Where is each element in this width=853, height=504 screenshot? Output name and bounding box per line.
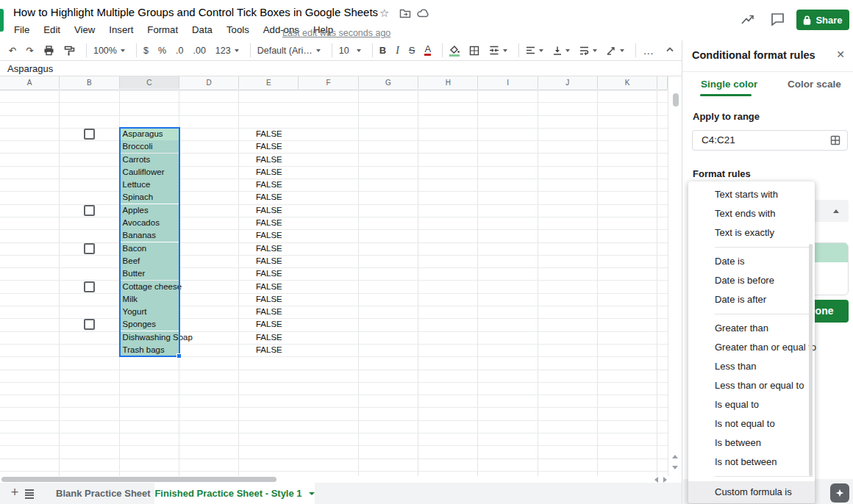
formula-input[interactable]: Asparagus	[7, 63, 53, 74]
column-header-i[interactable]: I	[478, 76, 538, 89]
horizontal-scrollbar-thumb[interactable]	[1, 477, 276, 482]
tab-single-color[interactable]: Single color	[701, 79, 757, 90]
false-value-cell[interactable]: FALSE	[239, 229, 299, 242]
tab-color-scale[interactable]: Color scale	[788, 79, 841, 90]
false-value-cell[interactable]: FALSE	[239, 140, 299, 153]
grid-row-26[interactable]	[0, 408, 668, 421]
dropdown-item[interactable]: Greater than or equal to	[688, 338, 815, 357]
dropdown-item[interactable]: Text is exactly	[688, 223, 815, 242]
column-header-h[interactable]: H	[418, 76, 478, 89]
text-rotation-button[interactable]	[607, 46, 624, 55]
column-header-j[interactable]: J	[538, 76, 598, 89]
addons-button[interactable]	[830, 483, 849, 503]
grid-row-10[interactable]: ApplesFALSE	[0, 204, 668, 217]
formula-bar[interactable]: Asparagus	[0, 62, 682, 76]
column-header-d[interactable]: D	[179, 76, 239, 89]
false-value-cell[interactable]: FALSE	[239, 179, 299, 191]
doc-title[interactable]: How to Highlight Multiple Groups and Con…	[13, 6, 378, 18]
dropdown-item[interactable]: Date is	[688, 252, 815, 271]
column-header-c[interactable]: C	[120, 76, 179, 89]
grid-row-22[interactable]	[0, 356, 668, 370]
comments-icon[interactable]	[771, 12, 785, 26]
tick-box[interactable]	[84, 129, 95, 140]
column-header-k[interactable]: K	[598, 76, 657, 89]
grid-row-7[interactable]: CauliflowerFALSE	[0, 166, 668, 179]
menu-item-edit[interactable]: Edit	[43, 24, 60, 35]
select-data-range-icon[interactable]	[830, 135, 840, 145]
horizontal-align-button[interactable]	[526, 46, 543, 54]
font-select[interactable]: Default (Ari…	[257, 46, 321, 56]
dropdown-item-custom-formula[interactable]: Custom formula is	[688, 481, 815, 503]
menu-item-insert[interactable]: Insert	[109, 24, 133, 35]
column-header-e[interactable]: E	[239, 76, 299, 89]
grid-row-8[interactable]: LettuceFALSE	[0, 179, 668, 192]
grid-row-12[interactable]: BananasFALSE	[0, 229, 668, 242]
grid-row-31[interactable]	[0, 471, 668, 476]
grid-body[interactable]: AsparagusFALSEBroccoliFALSECarrotsFALSEC…	[0, 90, 668, 476]
dropdown-item[interactable]: Date is after	[688, 290, 815, 309]
dropdown-item[interactable]: Is not between	[688, 453, 815, 472]
range-value[interactable]: C4:C21	[702, 131, 735, 150]
cloud-saved-icon[interactable]	[417, 8, 429, 18]
tab-finished-practice-sheet[interactable]: Finished Practice Sheet - Style 1	[154, 483, 315, 504]
vertical-scrollbar-thumb[interactable]	[673, 93, 679, 107]
spreadsheet-grid[interactable]: ABCDEFGHIJK AsparagusFALSEBroccoliFALSEC…	[0, 76, 668, 476]
horizontal-scrollbar[interactable]	[0, 476, 682, 483]
undo-button[interactable]: ↶	[9, 45, 16, 56]
share-button[interactable]: Share	[796, 10, 849, 30]
grid-row-30[interactable]	[0, 458, 668, 472]
menu-item-data[interactable]: Data	[192, 24, 213, 35]
dropdown-item[interactable]: Text starts with	[688, 185, 815, 204]
fill-color-button[interactable]	[449, 45, 460, 57]
grid-row-23[interactable]	[0, 370, 668, 383]
font-size-select[interactable]: 10	[339, 46, 361, 56]
star-icon[interactable]: ☆	[379, 7, 389, 20]
grid-row-13[interactable]: BaconFALSE	[0, 242, 668, 256]
dropdown-item[interactable]: Is between	[688, 433, 815, 453]
tab-blank-practice-sheet[interactable]: Blank Practice Sheet	[47, 483, 172, 504]
scroll-up-arrow[interactable]	[672, 455, 678, 458]
column-header-g[interactable]: G	[359, 76, 418, 89]
column-header-b[interactable]: B	[60, 76, 119, 89]
false-value-cell[interactable]: FALSE	[239, 166, 299, 179]
dropdown-item[interactable]: Greater than	[688, 319, 815, 338]
add-sheet-button[interactable]: +	[7, 483, 22, 504]
dropdown-item[interactable]: Date is before	[688, 271, 815, 290]
menu-item-file[interactable]: File	[14, 24, 29, 35]
checkbox-cell[interactable]	[60, 281, 119, 293]
grid-row-1[interactable]	[0, 90, 668, 103]
false-value-cell[interactable]: FALSE	[239, 204, 299, 217]
collapse-toolbar-button[interactable]	[664, 44, 676, 54]
dropdown-item[interactable]: Is equal to	[688, 395, 815, 414]
redo-button[interactable]: ↷	[26, 45, 33, 56]
grid-row-15[interactable]: ButterFALSE	[0, 267, 668, 281]
vertical-align-button[interactable]	[553, 46, 570, 55]
insights-chart-icon[interactable]	[740, 13, 755, 26]
menu-item-tools[interactable]: Tools	[226, 24, 249, 35]
grid-row-2[interactable]	[0, 102, 668, 115]
grid-row-14[interactable]: BeefFALSE	[0, 255, 668, 268]
column-header-f[interactable]: F	[299, 76, 359, 89]
dropdown-item[interactable]: Is not equal to	[688, 414, 815, 433]
decrease-decimal-button[interactable]: .0	[176, 46, 183, 56]
grid-row-5[interactable]: BroccoliFALSE	[0, 140, 668, 154]
column-header-a[interactable]: A	[0, 76, 60, 89]
grid-row-11[interactable]: AvocadosFALSE	[0, 217, 668, 230]
menu-item-format[interactable]: Format	[147, 24, 178, 35]
scroll-left-arrow[interactable]	[654, 477, 658, 483]
paint-format-button[interactable]	[64, 46, 75, 56]
checkbox-cell[interactable]	[60, 318, 119, 331]
menu-item-view[interactable]: View	[74, 24, 95, 35]
false-value-cell[interactable]: FALSE	[239, 217, 299, 229]
dropdown-item[interactable]: Less than or equal to	[688, 376, 815, 395]
checkbox-cell[interactable]	[60, 242, 119, 255]
false-value-cell[interactable]: FALSE	[239, 242, 299, 255]
grid-row-3[interactable]	[0, 115, 668, 129]
currency-format-button[interactable]: $	[143, 46, 149, 56]
checkbox-cell[interactable]	[60, 128, 119, 140]
false-value-cell[interactable]: FALSE	[239, 281, 299, 293]
scroll-right-arrow[interactable]	[663, 477, 667, 483]
grid-row-6[interactable]: CarrotsFALSE	[0, 154, 668, 167]
grid-row-24[interactable]	[0, 382, 668, 395]
sheets-logo[interactable]	[0, 9, 4, 32]
